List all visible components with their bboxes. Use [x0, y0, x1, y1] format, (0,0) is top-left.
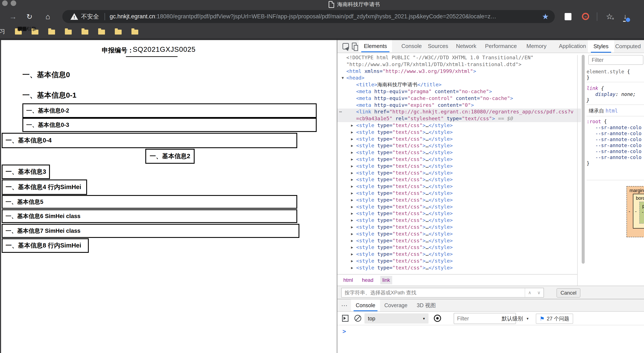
- code-line[interactable]: <meta http-equiv="expires" content="0">: [337, 102, 581, 109]
- code-line[interactable]: <!DOCTYPE html PUBLIC "-//W3C//DTD XHTML…: [337, 54, 581, 61]
- bookmark-folder[interactable]: 表单引擎: [115, 28, 122, 34]
- expand-arrow-icon[interactable]: ▶: [351, 197, 353, 204]
- code-line[interactable]: ▶<style type="text/css">…</style>: [337, 136, 581, 143]
- find-prev-icon[interactable]: ∧: [528, 290, 531, 295]
- css-variable[interactable]: --sr-annote-colo: [595, 137, 642, 142]
- expand-arrow-icon[interactable]: ▶: [351, 224, 353, 231]
- code-line[interactable]: ▶<style type="text/css">…</style>: [337, 176, 581, 183]
- code-line[interactable]: ▶<style type="text/css">…</style>: [337, 170, 581, 176]
- boxmodel-border[interactable]: bord - pa -: [633, 194, 644, 229]
- window-control-icon[interactable]: [2, 0, 8, 6]
- log-level-select[interactable]: 默认级别 ▼: [502, 312, 529, 325]
- security-label[interactable]: 不安全: [81, 12, 99, 21]
- code-line[interactable]: ▶<style type="text/css">…</style>: [337, 190, 581, 197]
- code-line[interactable]: ▶<style type="text/css">…</style>: [337, 142, 581, 149]
- bookmark-star-icon[interactable]: ★: [542, 8, 549, 24]
- expand-arrow-icon[interactable]: ▶: [351, 210, 353, 217]
- forward-icon[interactable]: →: [8, 8, 18, 24]
- issues-counter[interactable]: ⚑ 27 个问题: [536, 314, 573, 324]
- inspect-element-icon[interactable]: [342, 43, 349, 49]
- code-line[interactable]: ▶<style type="text/css">…</style>: [337, 258, 581, 265]
- code-line[interactable]: ▶<style type="text/css">…</style>: [337, 122, 581, 129]
- inherited-link[interactable]: html: [606, 108, 618, 114]
- code-line[interactable]: ▶<style type="text/css">…</style>: [337, 129, 581, 136]
- window-control-icon[interactable]: [11, 0, 16, 6]
- device-toolbar-icon[interactable]: [352, 43, 356, 49]
- expand-arrow-icon[interactable]: ▶: [351, 183, 353, 190]
- code-line[interactable]: <html xmlns="http://www.w3.org/1999/xhtm…: [337, 68, 581, 75]
- css-rule-link[interactable]: link { display: none; }: [586, 85, 644, 103]
- code-line[interactable]: ▶<style type="text/css">…</style>: [337, 163, 581, 170]
- expand-arrow-icon[interactable]: ▶: [351, 251, 353, 258]
- code-line[interactable]: "http://www.w3.org/TR/xhtml1/DTD/xhtml1-…: [337, 61, 581, 68]
- expand-arrow-icon[interactable]: ▶: [351, 156, 353, 163]
- expand-arrow-icon[interactable]: ▶: [351, 163, 353, 170]
- code-line[interactable]: ▶<style type="text/css">…</style>: [337, 183, 581, 190]
- code-line[interactable]: ▶<style type="text/css">…</style>: [337, 244, 581, 251]
- expand-arrow-icon[interactable]: ▶: [351, 217, 353, 224]
- bookmark-folder[interactable]: self: [98, 28, 105, 34]
- bookmark-folder[interactable]: 手册: [48, 28, 55, 34]
- clear-console-icon[interactable]: [354, 315, 361, 322]
- styles-filter-input[interactable]: [588, 55, 643, 65]
- breadcrumb-link[interactable]: link: [380, 276, 392, 284]
- css-variable[interactable]: --sr-annote-colo: [595, 125, 642, 130]
- panel-divider[interactable]: [577, 55, 578, 314]
- bookmark-folder[interactable]: other: [82, 28, 88, 34]
- code-line[interactable]: =cb9a43a1e5" rel="stylesheet" type="text…: [337, 115, 581, 122]
- code-line[interactable]: ▶<style type="text/css">…</style>: [337, 197, 581, 204]
- code-line[interactable]: ▶<style type="text/css">…</style>: [337, 251, 581, 258]
- download-icon[interactable]: ↓: [619, 8, 632, 24]
- expand-arrow-icon[interactable]: ▶: [351, 170, 353, 176]
- code-line[interactable]: ▶<style type="text/css">…</style>: [337, 210, 581, 217]
- gutter-more-icon[interactable]: ⋯: [339, 108, 342, 115]
- code-line[interactable]: ▶<style type="text/css">…</style>: [337, 265, 581, 271]
- expand-arrow-icon[interactable]: ▶: [351, 176, 353, 183]
- breadcrumb-html[interactable]: html: [341, 276, 355, 284]
- console-prompt-chevron[interactable]: >: [342, 328, 346, 335]
- css-variable[interactable]: --sr-annote-colo: [595, 131, 642, 136]
- expand-arrow-icon[interactable]: ▶: [351, 244, 353, 251]
- code-line[interactable]: ▶<style type="text/css">…</style>: [337, 238, 581, 244]
- scrollbar-thumb[interactable]: [582, 55, 585, 264]
- security-warning-icon[interactable]: [70, 13, 78, 20]
- home-icon[interactable]: ⌂: [42, 8, 54, 24]
- code-line[interactable]: <title>海南科技厅申请书</title>: [337, 81, 581, 88]
- css-rule-root[interactable]: :root { --sr-annote-colo --sr-annote-col…: [586, 118, 644, 166]
- find-input[interactable]: [342, 290, 525, 296]
- devtools-tab-elements[interactable]: Elements: [359, 40, 392, 52]
- devtools-tab-memory[interactable]: Memory: [526, 40, 546, 52]
- bookmark-item-partial[interactable]: 学习: [0, 24, 5, 38]
- code-line[interactable]: ▼<head>: [337, 75, 581, 81]
- refresh-icon[interactable]: ↻: [24, 8, 35, 24]
- css-rule-element-style[interactable]: element.style { }: [586, 69, 644, 81]
- code-line[interactable]: ▶<style type="text/css">…</style>: [337, 231, 581, 238]
- console-tab-3D 视图[interactable]: 3D 视图: [417, 299, 436, 311]
- css-variable[interactable]: --sr-annote-colo: [595, 143, 642, 148]
- expand-arrow-icon[interactable]: ▶: [351, 122, 353, 129]
- expand-arrow-icon[interactable]: ▶: [351, 238, 353, 244]
- expand-arrow-icon[interactable]: ▶: [351, 231, 353, 238]
- find-next-icon[interactable]: ∨: [537, 290, 540, 295]
- css-variable[interactable]: --sr-annote-colo: [595, 155, 642, 160]
- address-bar[interactable]: 不安全 gc.hnkjt.egrant.cn:18080/egrantpdf/p…: [62, 10, 555, 23]
- expand-arrow-icon[interactable]: ▶: [351, 142, 353, 149]
- code-line[interactable]: ⋯<link href="http://gc.hnkjt.egrant.cn:1…: [337, 108, 581, 115]
- code-line[interactable]: <meta http-equiv="pragma" content="no-ca…: [337, 88, 581, 95]
- css-variable[interactable]: --sr-annote-colo: [595, 149, 642, 154]
- code-line[interactable]: ▶<style type="text/css">…</style>: [337, 217, 581, 224]
- breadcrumb-head[interactable]: head: [360, 276, 375, 284]
- url-text[interactable]: gc.hnkjt.egrant.cn:18080/egrantpdf/pdf/p…: [110, 13, 555, 20]
- code-line[interactable]: ▶<style type="text/css">…</style>: [337, 156, 581, 163]
- find-cancel-button[interactable]: Cancel: [556, 288, 580, 298]
- expand-arrow-icon[interactable]: ▶: [351, 129, 353, 136]
- bookmark-folder[interactable]: 工具: [65, 28, 72, 34]
- reading-list-star-icon[interactable]: ☆≡: [604, 8, 616, 24]
- expand-arrow-icon[interactable]: ▶: [351, 204, 353, 210]
- devtools-tab-console[interactable]: Console: [402, 40, 422, 52]
- tab-styles[interactable]: Styles: [588, 40, 614, 53]
- code-line[interactable]: ▶<style type="text/css">…</style>: [337, 149, 581, 156]
- boxmodel-margin[interactable]: margin - bord - pa -: [626, 186, 644, 237]
- context-select[interactable]: top ▼: [364, 313, 428, 324]
- infinity-extension-icon[interactable]: ∞: [582, 13, 589, 20]
